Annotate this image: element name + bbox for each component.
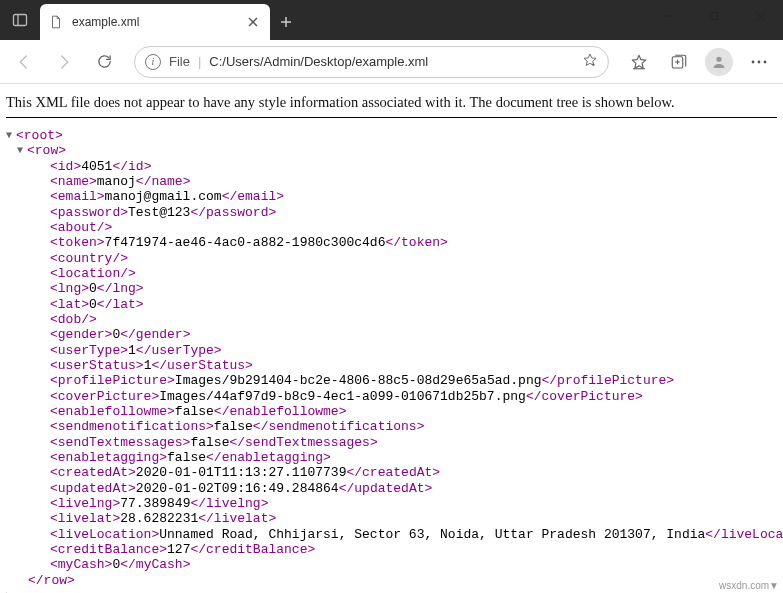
page-content: This XML file does not appear to have an…: [0, 84, 783, 593]
xml-field: <userType>1</userType>: [6, 343, 777, 358]
watermark: wsxdn.com▼: [719, 580, 779, 591]
avatar: [705, 48, 733, 76]
xml-field: <livelng>77.389849</livelng>: [6, 496, 777, 511]
address-bar[interactable]: i File | C:/Users/Admin/Desktop/example.…: [134, 46, 609, 78]
profile-button[interactable]: [701, 46, 737, 78]
xml-field: <about/>: [6, 220, 777, 235]
url-separator: |: [198, 54, 201, 69]
svg-point-17: [764, 60, 767, 63]
url-path: C:/Users/Admin/Desktop/example.xml: [209, 54, 428, 69]
titlebar: example.xml: [0, 0, 783, 40]
favorites-icon[interactable]: [621, 46, 657, 78]
xml-field: <country/>: [6, 251, 777, 266]
menu-button[interactable]: [741, 46, 777, 78]
xml-field: <gender>0</gender>: [6, 327, 777, 342]
xml-field: <email>manoj@gmail.com</email>: [6, 189, 777, 204]
xml-field: <liveLocation>Unnamed Road, Chhijarsi, S…: [6, 527, 777, 542]
window-controls: [645, 0, 783, 32]
xml-row-close: </row>: [6, 573, 777, 588]
xml-field: <dob/>: [6, 312, 777, 327]
xml-field: <lat>0</lat>: [6, 297, 777, 312]
xml-notice: This XML file does not appear to have an…: [6, 92, 777, 118]
site-info-icon[interactable]: i: [145, 54, 161, 70]
svg-point-14: [716, 56, 721, 61]
reload-button[interactable]: [86, 46, 122, 78]
svg-rect-0: [14, 15, 27, 26]
forward-button[interactable]: [46, 46, 82, 78]
file-icon: [48, 14, 64, 30]
xml-field: <password>Test@123</password>: [6, 205, 777, 220]
new-tab-button[interactable]: [270, 4, 302, 40]
collections-icon[interactable]: [661, 46, 697, 78]
svg-point-15: [752, 60, 755, 63]
xml-field: <lng>0</lng>: [6, 281, 777, 296]
close-tab-icon[interactable]: [244, 13, 262, 31]
xml-field: <livelat>28.6282231</livelat>: [6, 511, 777, 526]
url-protocol: File: [169, 54, 190, 69]
tab-actions-icon[interactable]: [0, 0, 40, 40]
xml-field: <profilePicture>Images/9b291404-bc2e-480…: [6, 373, 777, 388]
svg-point-16: [758, 60, 761, 63]
browser-tab[interactable]: example.xml: [40, 4, 270, 40]
xml-field: <updatedAt>2020-01-02T09:16:49.284864</u…: [6, 481, 777, 496]
xml-field: <createdAt>2020-01-01T11:13:27.1107739</…: [6, 465, 777, 480]
xml-tree: ▼<root>▼<row><id>4051</id><name>manoj</n…: [6, 128, 777, 593]
xml-field: <name>manoj</name>: [6, 174, 777, 189]
close-window-button[interactable]: [737, 0, 783, 32]
xml-field: <coverPicture>Images/44af97d9-b8c9-4ec1-…: [6, 389, 777, 404]
tab-title: example.xml: [72, 15, 244, 29]
minimize-button[interactable]: [645, 0, 691, 32]
back-button[interactable]: [6, 46, 42, 78]
xml-field: <token>7f471974-ae46-4ac0-a882-1980c300c…: [6, 235, 777, 250]
toolbar: i File | C:/Users/Admin/Desktop/example.…: [0, 40, 783, 84]
svg-rect-7: [711, 13, 718, 20]
xml-field: <id>4051</id>: [6, 159, 777, 174]
favorite-icon[interactable]: [582, 52, 598, 71]
xml-field: <sendTextmessages>false</sendTextmessage…: [6, 435, 777, 450]
xml-field: <userStatus>1</userStatus>: [6, 358, 777, 373]
xml-field: <enabletagging>false</enabletagging>: [6, 450, 777, 465]
xml-field: <enablefollowme>false</enablefollowme>: [6, 404, 777, 419]
xml-field: <location/>: [6, 266, 777, 281]
xml-field: <sendmenotifications>false</sendmenotifi…: [6, 419, 777, 434]
xml-field: <creditBalance>127</creditBalance>: [6, 542, 777, 557]
maximize-button[interactable]: [691, 0, 737, 32]
xml-field: <myCash>0</myCash>: [6, 557, 777, 572]
